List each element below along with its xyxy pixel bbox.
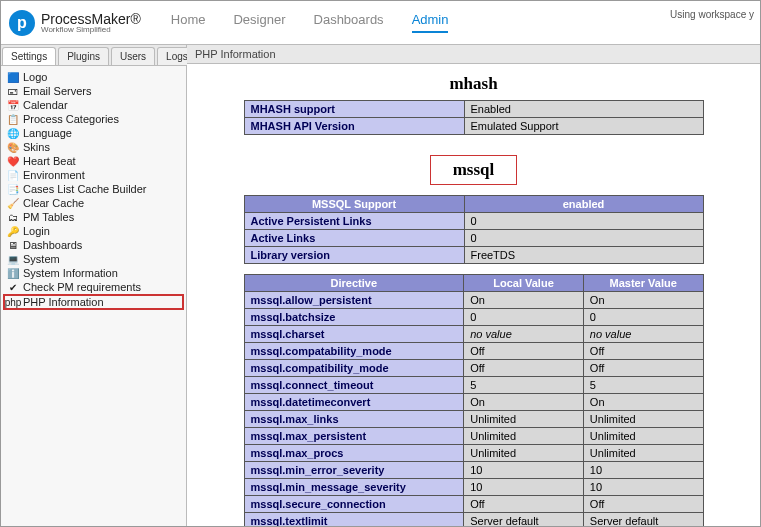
cell-key: mssql.textlimit [244,513,464,527]
tree-item-pm-tables[interactable]: 🗂PM Tables [3,210,184,224]
table-row: mssql.min_error_severity1010 [244,462,703,479]
table-row: mssql.max_persistentUnlimitedUnlimited [244,428,703,445]
tree-item-label: Login [23,225,50,237]
cell-master: Unlimited [583,411,703,428]
tree-item-icon: ❤️ [7,155,19,167]
cell-master: On [583,394,703,411]
tree-item-php-information[interactable]: phpPHP Information [3,294,184,310]
tree-item-label: Language [23,127,72,139]
tree-item-label: System Information [23,267,118,279]
table-row: mssql.allow_persistentOnOn [244,292,703,309]
table-row: mssql.compatibility_modeOffOff [244,360,703,377]
tree-item-label: PHP Information [23,296,104,308]
tree-item-logo[interactable]: 🟦Logo [3,70,184,84]
tree-item-icon: 📄 [7,169,19,181]
cell-master: Unlimited [583,445,703,462]
brand: p ProcessMaker® Workflow Simplified [9,10,141,36]
tree-item-label: Process Categories [23,113,119,125]
table-row: Active Persistent Links0 [244,213,703,230]
tree-item-icon: 🧹 [7,197,19,209]
cell-master: 10 [583,462,703,479]
cell-master: no value [583,326,703,343]
cell-key: mssql.compatability_mode [244,343,464,360]
tree-item-icon: 🎨 [7,141,19,153]
section-title-mhash: mhash [187,74,760,94]
tree-item-label: Skins [23,141,50,153]
tree-item-calendar[interactable]: 📅Calendar [3,98,184,112]
table-row: mssql.max_linksUnlimitedUnlimited [244,411,703,428]
tree-item-icon: 🖥 [7,239,19,251]
cell-key: mssql.max_links [244,411,464,428]
cell-value: Enabled [464,101,703,118]
sidebar-tab-settings[interactable]: Settings [2,47,56,65]
cell-local: Unlimited [464,411,584,428]
cell-master: 5 [583,377,703,394]
tree-item-environment[interactable]: 📄Environment [3,168,184,182]
tree-item-cases-list-cache-builder[interactable]: 📑Cases List Cache Builder [3,182,184,196]
table-row: mssql.connect_timeout55 [244,377,703,394]
tree-item-icon: 🟦 [7,71,19,83]
cell-master: 0 [583,309,703,326]
topnav-item-dashboards[interactable]: Dashboards [314,12,384,33]
topnav-item-admin[interactable]: Admin [412,12,449,33]
tree-item-email-servers[interactable]: 🖃Email Servers [3,84,184,98]
tree-item-label: Calendar [23,99,68,111]
cell-master: Off [583,496,703,513]
topnav-item-home[interactable]: Home [171,12,206,33]
table-row: mssql.charsetno valueno value [244,326,703,343]
table-header: enabled [464,196,703,213]
cell-key: mssql.max_persistent [244,428,464,445]
cell-local: Off [464,343,584,360]
cell-key: mssql.compatibility_mode [244,360,464,377]
cell-local: 10 [464,462,584,479]
cell-local: 5 [464,377,584,394]
cell-local: Off [464,496,584,513]
tree-item-icon: php [7,296,19,308]
table-row: mssql.datetimeconvertOnOn [244,394,703,411]
tree-item-process-categories[interactable]: 📋Process Categories [3,112,184,126]
cell-key: mssql.min_message_severity [244,479,464,496]
cell-key: mssql.allow_persistent [244,292,464,309]
table-header: Master Value [583,275,703,292]
tree-item-icon: 🗂 [7,211,19,223]
topnav-item-designer[interactable]: Designer [233,12,285,33]
cell-key: mssql.batchsize [244,309,464,326]
table-row: Active Links0 [244,230,703,247]
tree-item-icon: 🌐 [7,127,19,139]
cell-master: 10 [583,479,703,496]
cell-key: MHASH API Version [244,118,464,135]
cell-master: Off [583,360,703,377]
cell-local: On [464,292,584,309]
tree-item-system[interactable]: 💻System [3,252,184,266]
table-row: Library versionFreeTDS [244,247,703,264]
table-row: mssql.max_procsUnlimitedUnlimited [244,445,703,462]
cell-master: Unlimited [583,428,703,445]
sidebar-tab-plugins[interactable]: Plugins [58,47,109,65]
tree-item-system-information[interactable]: ℹ️System Information [3,266,184,280]
cell-local: 10 [464,479,584,496]
cell-key: Library version [244,247,464,264]
cell-master: Server default [583,513,703,527]
topbar: p ProcessMaker® Workflow Simplified Home… [1,1,760,45]
table-row: mssql.compatability_modeOffOff [244,343,703,360]
cell-key: Active Persistent Links [244,213,464,230]
tree-item-heart-beat[interactable]: ❤️Heart Beat [3,154,184,168]
tree-item-clear-cache[interactable]: 🧹Clear Cache [3,196,184,210]
tree-item-icon: 🔑 [7,225,19,237]
tree-item-icon: 📑 [7,183,19,195]
tree-item-login[interactable]: 🔑Login [3,224,184,238]
tree-item-skins[interactable]: 🎨Skins [3,140,184,154]
sidebar-tab-users[interactable]: Users [111,47,155,65]
cell-key: mssql.datetimeconvert [244,394,464,411]
cell-key: mssql.connect_timeout [244,377,464,394]
workspace-label: Using workspace y [670,9,754,20]
tree-item-check-pm-requirements[interactable]: ✔Check PM requirements [3,280,184,294]
tree-item-language[interactable]: 🌐Language [3,126,184,140]
tree-item-dashboards[interactable]: 🖥Dashboards [3,238,184,252]
cell-local: Unlimited [464,428,584,445]
cell-local: 0 [464,309,584,326]
cell-master: On [583,292,703,309]
tree-item-icon: 💻 [7,253,19,265]
sidebar-tabs: SettingsPluginsUsersLogs [1,45,186,66]
section-table-mssql: MSSQL SupportenabledActive Persistent Li… [244,195,704,264]
